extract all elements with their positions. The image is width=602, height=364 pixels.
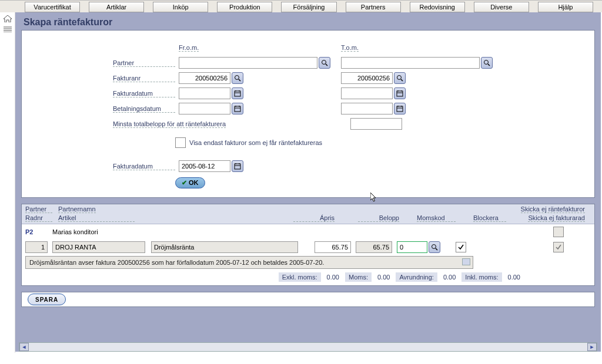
svg-point-6	[484, 60, 489, 65]
line-momskod[interactable]: 0	[397, 241, 427, 253]
col-radnr: Radnr	[25, 214, 52, 222]
betalningsdatum-from-calendar-icon[interactable]	[232, 103, 243, 114]
menu-diverse[interactable]: Diverse	[474, 2, 529, 12]
col-partner: Partner	[25, 205, 52, 213]
line-note: Dröjsmålsräntan avser faktura 200500256 …	[25, 256, 473, 269]
home-icon[interactable]	[3, 15, 12, 23]
fakturanr-to-input[interactable]	[341, 72, 393, 84]
fakturadatum2-calendar-icon[interactable]	[232, 160, 243, 172]
scroll-right-icon[interactable]: ►	[587, 343, 597, 351]
skicka-rf-checkbox[interactable]	[553, 227, 564, 237]
avr-label: Avrundning:	[396, 272, 437, 282]
svg-rect-28	[235, 164, 240, 169]
svg-point-32	[432, 245, 436, 249]
col-momskod: Momskod	[417, 214, 456, 222]
fakturadatum2-label: Fakturadatum	[113, 163, 175, 170]
col-blockera: Blockera	[473, 214, 506, 222]
svg-point-4	[322, 60, 326, 65]
minsta-label: Minsta totalbelopp för att räntefakturer…	[113, 120, 226, 128]
inkl-label: Inkl. moms:	[461, 272, 501, 282]
fakturadatum-from-input[interactable]	[179, 87, 230, 99]
partner-label: Partner	[113, 59, 175, 67]
line-belopp: 65.75	[356, 241, 392, 253]
betalningsdatum-label: Betalningsdatum	[113, 105, 175, 113]
horizontal-scrollbar[interactable]: ◄ ►	[19, 342, 597, 352]
menu-produktion[interactable]: Produktion	[217, 2, 272, 12]
col-belopp: Belopp	[358, 214, 399, 222]
partner-to-input[interactable]	[341, 57, 480, 69]
col-apris: Ápris	[293, 214, 335, 222]
partner-from-lookup-icon[interactable]	[319, 57, 330, 69]
fakturadatum-label: Fakturadatum	[113, 90, 175, 97]
fakturadatum-from-calendar-icon[interactable]	[232, 87, 243, 99]
partner-id: P2	[25, 228, 52, 235]
menu-varucertifikat[interactable]: Varucertifikat	[25, 2, 80, 12]
line-apris[interactable]: 65.75	[315, 241, 351, 253]
visa-endast-label: Visa endast fakturor som ej får räntefak…	[189, 139, 322, 146]
save-button[interactable]: SPARA	[28, 294, 66, 305]
svg-point-10	[397, 76, 402, 80]
page-title: Skapa räntefakturor	[15, 12, 601, 30]
left-rail	[0, 12, 15, 353]
partner-name: Marias konditori	[52, 228, 98, 235]
moms-value: 0.00	[372, 272, 396, 282]
svg-rect-20	[235, 106, 240, 112]
svg-line-11	[401, 79, 403, 81]
menu-artiklar[interactable]: Artiklar	[89, 2, 144, 12]
inkl-value: 0.00	[502, 272, 526, 282]
svg-line-5	[326, 64, 327, 66]
fakturadatum2-input[interactable]	[179, 160, 230, 172]
partner-to-lookup-icon[interactable]	[481, 57, 493, 69]
svg-line-33	[436, 248, 437, 250]
note-link-icon[interactable]	[462, 258, 470, 265]
line-artikel-kod[interactable]: DROJ RANTA	[52, 241, 145, 253]
fakturanr-from-input[interactable]	[179, 72, 230, 84]
fakturadatum-to-input[interactable]	[341, 87, 393, 99]
menu-partners[interactable]: Partners	[346, 2, 401, 12]
fakturanr-from-lookup-icon[interactable]	[232, 72, 243, 84]
line-radnr: 1	[25, 241, 48, 253]
betalningsdatum-from-input[interactable]	[179, 103, 230, 114]
menu-forsaljning[interactable]: Försäljning	[281, 2, 336, 12]
exkl-value: 0.00	[321, 272, 345, 282]
momskod-lookup-icon[interactable]	[429, 241, 440, 253]
results-panel: Partner Partnernamn Skicka ej räntefaktu…	[21, 204, 595, 286]
exkl-label: Exkl. moms:	[279, 272, 321, 282]
svg-rect-24	[397, 106, 403, 112]
visa-endast-checkbox[interactable]	[175, 137, 186, 148]
menu-redovisning[interactable]: Redovisning	[410, 2, 465, 12]
svg-point-8	[235, 76, 239, 80]
fakturanr-to-lookup-icon[interactable]	[394, 72, 406, 84]
ok-button-label: OK	[189, 179, 199, 186]
avr-value: 0.00	[437, 272, 461, 282]
betalningsdatum-to-input[interactable]	[341, 103, 393, 114]
to-header: T.o.m.	[341, 44, 359, 52]
scroll-left-icon[interactable]: ◄	[19, 343, 29, 351]
svg-line-9	[239, 79, 240, 81]
fakturanr-label: Fakturanr	[113, 75, 175, 82]
svg-rect-16	[397, 91, 403, 96]
ok-button[interactable]: ✔OK	[175, 177, 205, 188]
menu-inkop[interactable]: Inköp	[153, 2, 208, 12]
main-menu-bar: Varucertifikat Artiklar Inköp Produktion…	[0, 0, 602, 12]
svg-rect-12	[235, 91, 240, 96]
svg-line-7	[488, 64, 490, 66]
moms-label: Moms:	[345, 272, 372, 282]
col-partnernamn: Partnernamn	[58, 205, 96, 213]
menu-hjalp[interactable]: Hjälp	[538, 2, 593, 12]
betalningsdatum-to-calendar-icon[interactable]	[394, 103, 406, 114]
minsta-input[interactable]	[350, 118, 402, 130]
blockera-checkbox[interactable]	[456, 242, 466, 252]
from-header: Fr.o.m.	[179, 44, 199, 52]
col-skicka-rf: Skicka ej räntefakturor	[521, 205, 585, 213]
list-icon[interactable]	[3, 25, 12, 33]
partner-from-input[interactable]	[179, 57, 317, 69]
col-skicka-rad: Skicka ej fakturarad	[528, 214, 585, 222]
skicka-rad-checkbox[interactable]	[553, 242, 564, 252]
col-artikel: Artikel	[58, 214, 135, 222]
line-artikel-namn[interactable]: Dröjmålsränta	[151, 241, 298, 253]
fakturadatum-to-calendar-icon[interactable]	[394, 87, 406, 99]
line-note-text: Dröjsmålsräntan avser faktura 200500256 …	[29, 259, 324, 266]
